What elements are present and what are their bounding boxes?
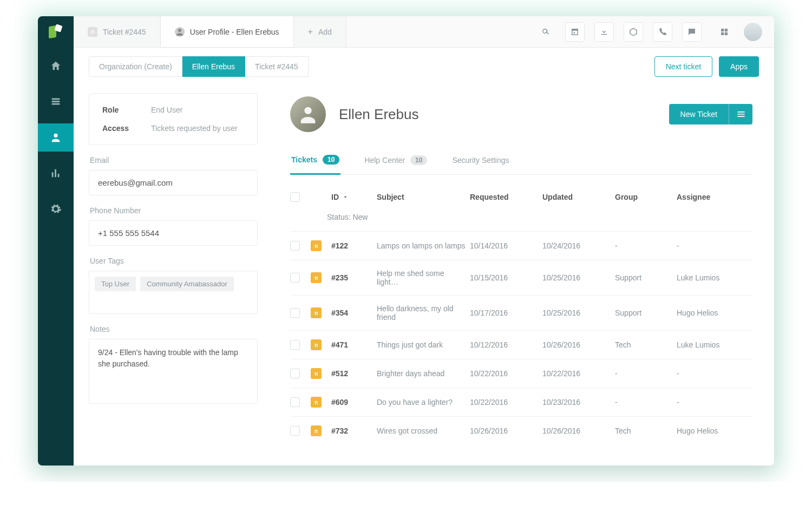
home-icon xyxy=(50,60,62,72)
ticket-updated: 10/26/2016 xyxy=(542,427,613,435)
tags-field-group: User Tags Top User Community Amabassador xyxy=(89,257,258,314)
new-ticket-button[interactable]: New Ticket xyxy=(669,104,729,124)
box-icon xyxy=(628,27,638,37)
workspace-tab-ticket[interactable]: n Ticket #2445 xyxy=(74,16,161,47)
user-tag[interactable]: Top User xyxy=(95,277,136,291)
gear-icon xyxy=(50,203,62,215)
current-user-avatar[interactable] xyxy=(744,23,762,41)
ticket-id: #471 xyxy=(331,340,375,349)
workspace-tab-add[interactable]: + Add xyxy=(294,16,346,47)
breadcrumb-user[interactable]: Ellen Erebus xyxy=(182,56,245,77)
column-updated[interactable]: Updated xyxy=(542,193,613,201)
column-subject[interactable]: Subject xyxy=(377,193,468,201)
email-input[interactable] xyxy=(89,170,258,195)
ticket-requested: 10/14/2016 xyxy=(470,241,540,250)
svg-point-1 xyxy=(304,107,311,114)
nav-reporting[interactable] xyxy=(38,159,74,187)
profile-header: Ellen Erebus New Ticket xyxy=(290,96,752,132)
ticket-requested: 10/22/2016 xyxy=(470,398,540,407)
profile-name: Ellen Erebus xyxy=(339,106,418,123)
column-id[interactable]: ID xyxy=(331,193,375,201)
ticket-requested: 10/22/2016 xyxy=(470,369,540,378)
download-button[interactable] xyxy=(594,22,614,42)
left-nav-rail xyxy=(38,16,74,466)
column-requested[interactable]: Requested xyxy=(470,193,540,201)
nav-home[interactable] xyxy=(38,52,74,80)
email-label: Email xyxy=(90,156,258,165)
table-row[interactable]: n#732Wires got crossed10/26/201610/26/20… xyxy=(290,416,752,445)
phone-button[interactable] xyxy=(653,22,672,42)
profile-avatar[interactable] xyxy=(290,96,326,132)
ticket-assignee: Hugo Helios xyxy=(677,309,752,317)
ticket-subject: Wires got crossed xyxy=(377,427,468,435)
notes-input[interactable]: 9/24 - Ellen's having trouble with the l… xyxy=(89,339,258,404)
table-row[interactable]: n#122Lamps on lamps on lamps10/14/201610… xyxy=(290,231,752,260)
calendar-button[interactable] xyxy=(565,22,585,42)
table-row[interactable]: n#235Help me shed some light…10/15/20161… xyxy=(290,260,752,295)
chat-button[interactable] xyxy=(682,22,702,42)
phone-label: Phone Number xyxy=(90,206,258,215)
notes-field-group: Notes 9/24 - Ellen's having trouble with… xyxy=(89,325,258,404)
row-checkbox[interactable] xyxy=(290,426,300,436)
ticket-status-icon: n xyxy=(311,368,322,379)
new-ticket-menu-button[interactable] xyxy=(729,104,752,124)
phone-icon xyxy=(658,27,667,37)
nav-customers[interactable] xyxy=(38,123,74,152)
subtab-security[interactable]: Security Settings xyxy=(451,155,510,174)
select-all-checkbox[interactable] xyxy=(290,192,300,202)
workspace-tabstrip: n Ticket #2445 User Profile - Ellen Ereb… xyxy=(74,16,774,48)
row-checkbox[interactable] xyxy=(290,397,300,407)
column-group[interactable]: Group xyxy=(615,193,675,201)
ticket-assignee: Luke Lumios xyxy=(677,340,752,349)
table-row[interactable]: n#512Brighter days ahead10/22/201610/22/… xyxy=(290,359,752,388)
next-ticket-button[interactable]: Next ticket xyxy=(654,56,712,77)
ticket-group: Support xyxy=(615,273,675,282)
ticket-updated: 10/22/2016 xyxy=(542,369,613,378)
apps-button[interactable]: Apps xyxy=(719,56,759,77)
bar-chart-icon xyxy=(50,167,62,179)
user-tag[interactable]: Community Amabassador xyxy=(140,277,234,291)
subtab-tickets[interactable]: Tickets 10 xyxy=(290,155,340,175)
ticket-updated: 10/24/2016 xyxy=(542,241,613,250)
ticket-id: #235 xyxy=(331,273,375,282)
ticket-status-icon: n xyxy=(311,240,322,251)
column-assignee[interactable]: Assignee xyxy=(677,193,752,201)
table-header: ID Subject Requested Updated Group Assig… xyxy=(290,188,752,212)
table-row[interactable]: n#609Do you have a lighter?10/22/201610/… xyxy=(290,388,752,416)
grid-icon xyxy=(719,27,729,37)
profile-subtabs: Tickets 10 Help Center 10 Security Setti… xyxy=(290,155,752,175)
ticket-group: - xyxy=(615,369,675,378)
table-row[interactable]: n#354Hello darkness, my old friend10/17/… xyxy=(290,295,752,330)
ticket-group: Support xyxy=(615,309,675,317)
workspace-tab-profile[interactable]: User Profile - Ellen Erebus xyxy=(161,16,294,47)
apps-grid-button[interactable] xyxy=(715,22,734,42)
ticket-status-icon: n xyxy=(311,307,322,318)
package-button[interactable] xyxy=(624,22,643,42)
ticket-id: #354 xyxy=(331,309,375,317)
breadcrumb-ticket[interactable]: Ticket #2445 xyxy=(245,56,309,77)
breadcrumb-organization[interactable]: Organization (Create) xyxy=(89,56,182,77)
profile-main: Ellen Erebus New Ticket Tickets 10 xyxy=(269,80,774,466)
table-row[interactable]: n#471Things just got dark10/12/201610/26… xyxy=(290,330,752,359)
subtab-label: Help Center xyxy=(364,156,405,165)
row-checkbox[interactable] xyxy=(290,241,300,251)
profile-side-panel: Role End User Access Tickets requested b… xyxy=(74,80,269,466)
row-checkbox[interactable] xyxy=(290,308,300,318)
app-logo xyxy=(48,25,64,41)
workspace-tab-add-label: Add xyxy=(318,28,332,36)
tags-box[interactable]: Top User Community Amabassador xyxy=(89,271,258,314)
row-checkbox[interactable] xyxy=(290,340,300,350)
ticket-id: #732 xyxy=(331,427,375,435)
subtab-help-center[interactable]: Help Center 10 xyxy=(363,155,428,174)
row-checkbox[interactable] xyxy=(290,273,300,283)
download-icon xyxy=(599,27,609,37)
ticket-updated: 10/25/2016 xyxy=(542,273,613,282)
plus-icon: + xyxy=(308,27,313,37)
search-button[interactable] xyxy=(536,22,555,42)
ticket-assignee: - xyxy=(677,398,752,407)
phone-input[interactable] xyxy=(89,220,258,246)
row-checkbox[interactable] xyxy=(290,369,300,378)
nav-views[interactable] xyxy=(38,88,74,116)
nav-admin[interactable] xyxy=(38,195,74,223)
chevron-down-icon xyxy=(342,194,349,200)
